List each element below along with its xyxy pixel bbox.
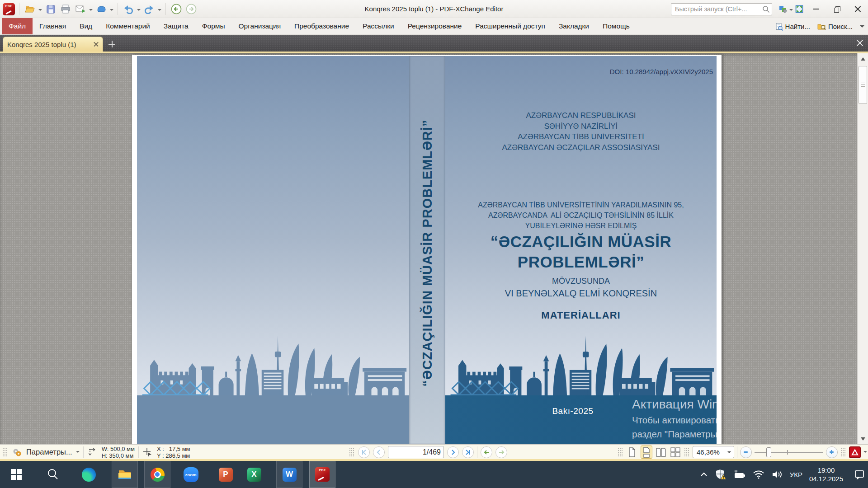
zoom-in-button[interactable] (826, 446, 838, 458)
quick-launch-input[interactable] (671, 3, 772, 15)
ui-options-caret[interactable] (789, 9, 793, 13)
minimize-button[interactable] (806, 0, 826, 18)
scrollbar-thumb[interactable] (859, 66, 867, 104)
grip-handle[interactable] (618, 448, 623, 457)
two-page-layout-button[interactable] (655, 446, 667, 459)
save-button[interactable] (44, 3, 57, 15)
scroll-down-button[interactable] (858, 433, 868, 444)
cursor-y: Y : 286,5 мм (157, 452, 190, 459)
close-document-button[interactable] (856, 39, 863, 47)
zoom-level-dropdown[interactable]: 46,36% (693, 446, 734, 458)
menu-forms[interactable]: Формы (195, 18, 232, 34)
menu-comment[interactable]: Комментарий (99, 18, 157, 34)
materials-line: MATERİALLARI (445, 310, 717, 321)
clock[interactable]: 19:00 04.12.2025 (809, 466, 843, 483)
undo-dropdown-caret[interactable] (137, 9, 141, 13)
grip-handle[interactable] (349, 448, 355, 457)
zoom-out-button[interactable] (740, 446, 752, 458)
document-tab-label: Konqres 2025 toplu (1) (7, 41, 91, 48)
taskbar-word-button[interactable]: W (276, 461, 302, 488)
next-page-button[interactable] (447, 446, 459, 458)
previous-view-button[interactable] (170, 3, 183, 15)
menubar-chevron-icon[interactable] (860, 25, 864, 30)
fullscreen-button[interactable] (793, 3, 806, 15)
start-button[interactable] (5, 461, 27, 488)
document-workspace[interactable]: “ƏCZAÇILIĞIN MÜASİR PROBLEMLƏRİ” DOI: 10… (0, 53, 868, 444)
taskbar-edge-button[interactable] (78, 461, 99, 488)
back-arrow-icon (170, 3, 182, 15)
tab-close-icon[interactable] (94, 42, 99, 47)
close-button[interactable] (847, 0, 868, 18)
next-view-button[interactable] (185, 3, 198, 15)
redo-dropdown-caret[interactable] (158, 9, 161, 13)
options-caret[interactable] (76, 451, 80, 455)
email-dropdown-caret[interactable] (89, 9, 93, 13)
undo-button[interactable] (122, 3, 135, 15)
wifi-icon[interactable] (753, 469, 764, 479)
menu-view[interactable]: Вид (73, 18, 99, 34)
grip-handle[interactable] (684, 448, 690, 457)
app-logo-icon: PDF (3, 3, 15, 15)
scroll-up-button[interactable] (858, 53, 868, 64)
menu-mailings[interactable]: Рассылки (356, 18, 401, 34)
taskbar-zoom-button[interactable]: zoom (180, 461, 202, 488)
search-files-button[interactable]: Поиск... (817, 23, 853, 30)
find-button[interactable]: Найти... (775, 23, 810, 31)
open-file-button[interactable] (24, 3, 36, 15)
taskbar-explorer-button[interactable] (112, 461, 138, 488)
battery-charging-icon[interactable] (733, 469, 746, 479)
acrobat-caret[interactable] (863, 451, 867, 455)
defender-shield-icon[interactable] (715, 469, 726, 480)
menu-convert[interactable]: Преобразование (288, 18, 356, 34)
taskbar-pdf-xchange-button[interactable]: PDF (309, 461, 335, 488)
grip-handle[interactable] (2, 448, 8, 457)
single-page-layout-button[interactable] (626, 446, 638, 459)
open-dropdown-caret[interactable] (38, 9, 42, 13)
continuous-layout-button-active[interactable] (641, 446, 652, 459)
tray-chevron-up-icon[interactable] (700, 471, 708, 478)
folder-open-icon (24, 4, 35, 14)
next-view-button-status[interactable] (495, 446, 507, 458)
find-document-icon (775, 23, 783, 31)
open-in-acrobat-button[interactable] (849, 446, 861, 458)
vertical-scrollbar[interactable] (857, 53, 868, 444)
status-left-group: Параметры... W: 500,0 мм H: 350,0 мм X :… (2, 445, 190, 460)
options-button[interactable]: Параметры... (26, 448, 72, 456)
first-page-button[interactable] (358, 446, 370, 458)
previous-view-button-status[interactable] (481, 446, 492, 458)
taskbar-chrome-button[interactable] (144, 461, 170, 488)
restore-button[interactable] (826, 0, 847, 18)
taskbar-powerpoint-button[interactable]: P (215, 461, 236, 488)
grid-layout-button[interactable] (670, 446, 681, 459)
action-center-icon[interactable] (854, 469, 865, 480)
taskbar-search-button[interactable] (42, 461, 64, 488)
new-tab-button[interactable] (108, 40, 116, 48)
share-dropdown-caret[interactable] (110, 9, 113, 13)
menu-bookmarks[interactable]: Закладки (552, 18, 596, 34)
share-button[interactable] (95, 3, 108, 15)
ui-options-button[interactable] (777, 3, 789, 15)
menu-accessibility[interactable]: Расширенный доступ (468, 18, 552, 34)
previous-page-button[interactable] (373, 446, 385, 458)
redo-button[interactable] (143, 3, 156, 15)
menu-review[interactable]: Рецензирование (401, 18, 469, 34)
org-line: AZƏRBAYCAN TİBB UNİVERSİTETİ (445, 131, 717, 142)
language-indicator[interactable]: УКР (790, 471, 802, 479)
menu-help[interactable]: Помощь (596, 18, 637, 34)
quick-launch-search[interactable] (671, 3, 772, 15)
zoom-slider[interactable] (755, 446, 823, 458)
pdf-page[interactable]: “ƏCZAÇILIĞIN MÜASİR PROBLEMLƏRİ” DOI: 10… (132, 55, 722, 444)
grip-handle[interactable] (840, 448, 846, 457)
volume-icon[interactable] (771, 469, 783, 479)
page-number-field[interactable]: 1 /469 (388, 446, 444, 458)
menu-organize[interactable]: Организация (232, 18, 288, 34)
menu-protect[interactable]: Защита (157, 18, 195, 34)
print-button[interactable] (59, 3, 72, 15)
last-page-button[interactable] (462, 446, 474, 458)
menu-file[interactable]: Файл (2, 18, 33, 34)
menu-home[interactable]: Главная (33, 18, 73, 34)
slider-thumb[interactable] (766, 447, 771, 457)
document-tab[interactable]: Konqres 2025 toplu (1) (3, 37, 103, 52)
taskbar-excel-button[interactable]: X (243, 461, 265, 488)
email-button[interactable] (74, 3, 87, 15)
